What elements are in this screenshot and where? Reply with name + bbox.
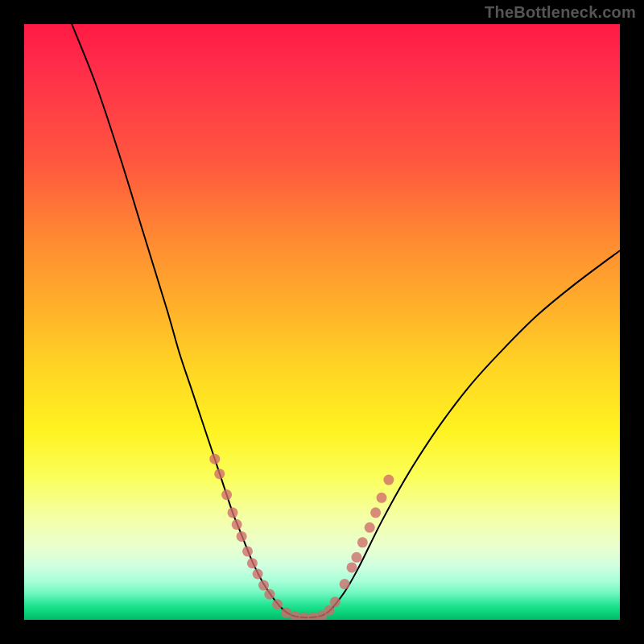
marker-dot [232,519,242,530]
marker-dot [383,475,394,485]
marker-dot [272,599,283,609]
watermark-text: TheBottleneck.com [485,3,636,22]
chart-svg [24,24,620,620]
marker-dot [299,613,309,620]
marker-dot [290,611,300,620]
marker-dot [221,489,232,500]
marker-dot [370,507,381,518]
marker-dot [365,522,375,533]
marker-dot [347,562,357,572]
chart-frame: TheBottleneck.com [0,0,644,644]
marker-dot [242,546,253,556]
marker-dot [209,454,220,464]
marker-dot [237,531,247,542]
marker-dot [281,608,291,618]
marker-dot [330,597,341,607]
marker-dot [377,493,387,503]
marker-dot [351,552,361,563]
right-curve [322,250,620,616]
marker-dot [247,558,258,568]
marker-dot [228,507,238,518]
marker-dot [357,537,368,547]
marker-dot [264,589,275,600]
left-curve [72,24,292,616]
marker-dot [340,579,350,589]
dots-group [209,454,394,620]
marker-dot [258,580,269,591]
marker-dot [253,569,263,580]
marker-dot [214,469,225,479]
marker-dot [308,613,318,620]
plot-area [24,24,620,620]
